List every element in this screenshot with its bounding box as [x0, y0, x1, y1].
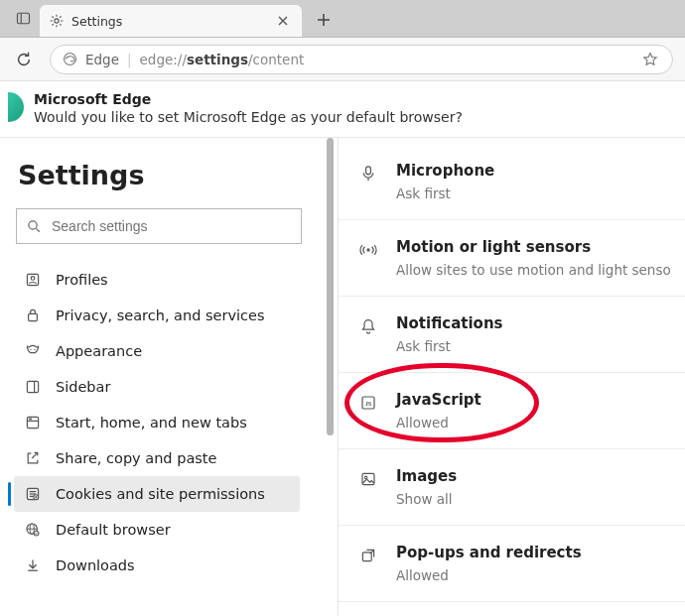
settings-sidebar: Settings ProfilesPrivacy, search, and se…: [0, 138, 338, 616]
nav-icon: [24, 521, 42, 539]
nav-label: Privacy, search, and services: [56, 308, 264, 323]
javascript-icon: JS: [358, 393, 378, 413]
gear-icon: [50, 14, 64, 28]
favorite-button[interactable]: [640, 50, 660, 69]
sidebar-item-sidebar[interactable]: Sidebar: [14, 369, 300, 405]
microphone-icon: [358, 164, 378, 184]
nav-label: Cookies and site permissions: [56, 486, 265, 502]
sidebar-item-downloads[interactable]: Downloads: [14, 548, 300, 583]
svg-line-5: [36, 228, 39, 231]
nav-icon: [24, 307, 42, 324]
permissions-panel: MicrophoneAsk firstMotion or light senso…: [339, 138, 685, 616]
nav-icon: [24, 449, 42, 467]
reload-button[interactable]: [12, 48, 36, 71]
edge-logo-icon: [63, 52, 77, 66]
sensor-icon: [358, 240, 378, 260]
permission-subtitle: Ask first: [396, 338, 503, 354]
permission-pop-ups-and-redirects[interactable]: Pop-ups and redirectsAllowed: [339, 526, 685, 602]
svg-rect-0: [17, 13, 29, 24]
nav-icon: [24, 271, 42, 289]
nav-label: Profiles: [56, 272, 108, 288]
permission-subtitle: Ask first: [396, 185, 494, 201]
address-url: edge://settings/content: [140, 52, 305, 67]
banner-title: Microsoft Edge: [34, 91, 463, 107]
banner-text: Microsoft Edge Would you like to set Mic…: [34, 91, 463, 125]
settings-heading: Settings: [14, 160, 324, 190]
tab-title: Settings: [71, 14, 266, 29]
nav-icon: [24, 414, 42, 431]
banner-message: Would you like to set Microsoft Edge as …: [34, 109, 463, 125]
new-tab-button[interactable]: [308, 5, 340, 35]
sidebar-item-profiles[interactable]: Profiles: [14, 262, 300, 298]
search-input[interactable]: [52, 218, 291, 234]
edge-banner-logo: [8, 92, 24, 122]
permission-microphone[interactable]: MicrophoneAsk first: [339, 144, 685, 220]
permission-title: Motion or light sensors: [396, 238, 671, 256]
svg-text:JS: JS: [365, 400, 372, 407]
image-icon: [358, 469, 378, 489]
nav-label: Default browser: [56, 522, 171, 538]
svg-point-9: [30, 349, 31, 350]
bell-icon: [358, 316, 378, 336]
sidebar-item-start-home-and-new-tabs[interactable]: Start, home, and new tabs: [14, 405, 300, 440]
svg-point-4: [29, 220, 37, 228]
nav-icon: [24, 485, 42, 503]
plus-icon: [317, 13, 331, 27]
sidebar-item-cookies-and-site-permissions[interactable]: Cookies and site permissions: [14, 476, 300, 512]
permission-subtitle: Show all: [396, 491, 457, 507]
permission-title: Microphone: [396, 162, 494, 180]
svg-rect-26: [366, 167, 371, 175]
nav-label: Start, home, and new tabs: [56, 415, 247, 431]
nav-label: Share, copy and paste: [56, 450, 216, 466]
nav-label: Downloads: [56, 557, 135, 573]
nav-icon: [24, 556, 42, 574]
svg-rect-11: [27, 381, 38, 392]
permission-subtitle: Allowed: [396, 567, 582, 583]
settings-nav: ProfilesPrivacy, search, and servicesApp…: [14, 262, 324, 583]
main: Settings ProfilesPrivacy, search, and se…: [0, 138, 685, 616]
sidebar-item-appearance[interactable]: Appearance: [14, 333, 300, 369]
sidebar-item-privacy-search-and-services[interactable]: Privacy, search, and services: [14, 298, 300, 333]
address-bar[interactable]: Edge | edge://settings/content: [50, 45, 673, 74]
nav-label: Sidebar: [56, 379, 110, 395]
nav-icon: [24, 378, 42, 396]
address-prefix: Edge: [85, 52, 119, 67]
svg-rect-15: [29, 419, 32, 421]
svg-point-10: [34, 349, 35, 350]
browser-tab[interactable]: Settings: [40, 5, 302, 37]
tab-strip: Settings: [0, 0, 685, 38]
search-icon: [27, 219, 42, 234]
permission-notifications[interactable]: NotificationsAsk first: [339, 297, 685, 373]
address-divider: |: [127, 52, 132, 67]
popup-icon: [358, 546, 378, 565]
svg-rect-8: [29, 313, 38, 320]
svg-point-2: [55, 19, 59, 23]
search-settings[interactable]: [16, 208, 302, 244]
permission-title: Notifications: [396, 314, 503, 332]
permission-motion-or-light-sensors[interactable]: Motion or light sensorsAllow sites to us…: [339, 220, 685, 297]
nav-icon: [24, 342, 42, 360]
sidebar-item-default-browser[interactable]: Default browser: [14, 512, 300, 548]
reload-icon: [15, 51, 33, 68]
default-browser-banner: Microsoft Edge Would you like to set Mic…: [0, 81, 685, 138]
svg-point-28: [366, 248, 369, 251]
permission-subtitle: Allow sites to use motion and light sens…: [396, 262, 671, 278]
permission-title: Images: [396, 467, 457, 485]
sidebar-scrollbar[interactable]: [327, 138, 334, 435]
svg-rect-31: [362, 473, 374, 484]
sidebar-item-share-copy-and-paste[interactable]: Share, copy and paste: [14, 440, 300, 476]
permission-javascript[interactable]: JSJavaScriptAllowed: [339, 373, 685, 449]
permission-title: JavaScript: [396, 391, 481, 409]
svg-point-32: [364, 476, 367, 479]
star-icon: [642, 52, 658, 67]
nav-label: Appearance: [56, 343, 142, 359]
permission-images[interactable]: ImagesShow all: [339, 449, 685, 526]
permission-title: Pop-ups and redirects: [396, 544, 582, 561]
address-bar-row: Edge | edge://settings/content: [0, 38, 685, 81]
close-icon: [278, 16, 288, 26]
tab-close-button[interactable]: [274, 12, 292, 30]
tab-actions-icon: [16, 11, 31, 26]
permission-subtitle: Allowed: [396, 415, 481, 431]
tab-actions-button[interactable]: [6, 3, 40, 33]
svg-point-7: [31, 277, 35, 281]
